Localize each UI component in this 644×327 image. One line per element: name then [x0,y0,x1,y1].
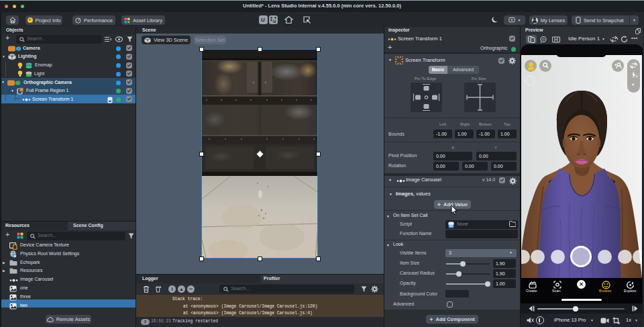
svg-text:⚙: ⚙ [13,254,16,258]
svg-text:u: u [273,19,276,24]
